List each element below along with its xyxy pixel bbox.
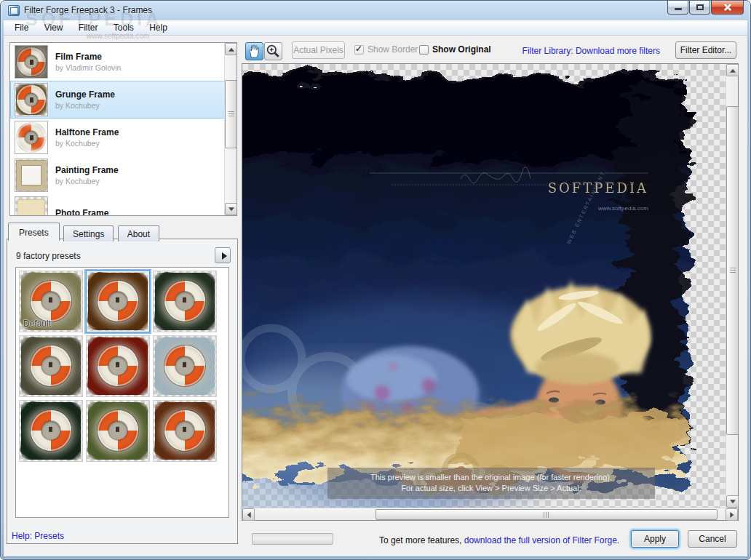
checkbox-icon: [419, 45, 429, 55]
filter-author: by Kochubey: [55, 101, 115, 110]
cancel-button[interactable]: Cancel: [688, 530, 737, 548]
preset-thumbnail-2[interactable]: [86, 271, 150, 332]
upgrade-message: To get more features, download the full …: [379, 535, 627, 545]
presets-panel: 9 factory presets Default: [7, 239, 238, 544]
preview-image: SOFTPEDIA www.softpedia.com WEB ENTERTAI…: [242, 64, 726, 508]
minimize-button[interactable]: [667, 1, 688, 15]
minimize-icon: [675, 8, 682, 10]
show-original-label: Show Original: [432, 44, 491, 55]
filter-author: by Kochubey: [55, 177, 119, 185]
menu-file[interactable]: File: [8, 20, 35, 36]
scrollbar-thumb[interactable]: [376, 509, 718, 520]
filter-thumbnail: [15, 45, 48, 79]
render-progress-bar: [252, 533, 333, 545]
maximize-icon: [696, 4, 704, 10]
hand-tool-button[interactable]: [245, 42, 263, 60]
arrow-right-icon: [730, 512, 736, 518]
checkbox-icon: [354, 45, 364, 55]
filter-thumbnail: [15, 83, 48, 116]
scroll-down-button[interactable]: [225, 203, 237, 215]
app-icon: [8, 5, 20, 16]
arrow-up-icon: [229, 44, 234, 51]
tab-settings[interactable]: Settings: [63, 225, 114, 241]
title-bar: Filter Forge Freepack 3 - Frames: [1, 1, 750, 20]
filter-thumbnail: [15, 121, 48, 154]
filter-thumbnail: [15, 159, 48, 192]
arrow-up-icon: [730, 65, 736, 72]
show-border-label: Show Border: [367, 44, 418, 55]
filter-item-halftone-frame[interactable]: Halftone Frame by Kochubey: [10, 119, 237, 156]
preset-thumbnail-5[interactable]: [86, 335, 150, 397]
filter-name: Photo Frame: [55, 208, 108, 216]
preset-thumbnail-7[interactable]: [19, 400, 83, 462]
filter-author: by Vladimir Golovin: [55, 63, 121, 72]
scrollbar-thumb[interactable]: [726, 106, 739, 435]
close-icon: [712, 1, 743, 14]
filter-author: by Kochubey: [55, 139, 119, 148]
preset-default-label: Default: [23, 319, 51, 329]
zoom-tool-button[interactable]: [264, 42, 282, 60]
filter-item-film-frame[interactable]: Film Frame by Vladimir Golovin: [10, 43, 237, 81]
show-original-checkbox[interactable]: Show Original: [419, 44, 491, 55]
preview-toolbar: Actual Pixels Show Border Show Original …: [242, 41, 742, 63]
preset-thumbnail-default[interactable]: Default: [19, 271, 83, 332]
client-area: Film Frame by Vladimir Golovin Grunge Fr…: [4, 36, 747, 556]
actual-pixels-button[interactable]: Actual Pixels: [292, 41, 345, 59]
arrow-down-icon: [229, 207, 234, 214]
scrollbar-thumb[interactable]: [225, 80, 237, 148]
tab-strip: Presets Settings About: [8, 223, 161, 239]
preset-grid: Default: [15, 267, 229, 518]
tab-about[interactable]: About: [118, 225, 159, 241]
close-button[interactable]: [711, 1, 744, 15]
filter-editor-button[interactable]: Filter Editor...: [675, 41, 736, 59]
preview-viewport[interactable]: SOFTPEDIA www.softpedia.com WEB ENTERTAI…: [242, 64, 726, 508]
help-presets-link[interactable]: Help: Presets: [12, 531, 64, 541]
menu-filter[interactable]: Filter: [72, 20, 105, 36]
filter-item-grunge-frame[interactable]: Grunge Frame by Kochubey: [10, 81, 237, 119]
preset-thumbnail-8[interactable]: [86, 400, 150, 462]
filter-item-painting-frame[interactable]: Painting Frame by Kochubey: [10, 156, 237, 194]
filter-thumbnail: [15, 196, 48, 216]
preview-vertical-scrollbar[interactable]: [726, 64, 738, 508]
upgrade-prefix: To get more features,: [379, 535, 464, 545]
preset-thumbnail-3[interactable]: [153, 271, 217, 332]
filter-name: Film Frame: [55, 52, 121, 62]
menu-help[interactable]: Help: [143, 20, 174, 36]
scroll-down-button[interactable]: [726, 495, 739, 508]
app-window: Filter Forge Freepack 3 - Frames SOFTPED…: [0, 0, 751, 560]
filter-list: Film Frame by Vladimir Golovin Grunge Fr…: [9, 42, 237, 216]
tab-presets[interactable]: Presets: [8, 223, 60, 241]
apply-button[interactable]: Apply: [631, 530, 679, 548]
window-title: Filter Forge Freepack 3 - Frames: [24, 5, 152, 15]
preset-thumbnail-9[interactable]: [153, 400, 217, 462]
preview-area: SOFTPEDIA www.softpedia.com WEB ENTERTAI…: [242, 63, 739, 521]
presets-expand-button[interactable]: [215, 247, 231, 263]
scroll-left-button[interactable]: [242, 508, 255, 521]
scroll-up-button[interactable]: [726, 64, 739, 76]
magnifier-plus-icon: [265, 43, 282, 60]
preset-thumbnail-6[interactable]: [153, 335, 217, 397]
filter-item-photo-frame[interactable]: Photo Frame: [10, 194, 237, 216]
arrow-left-icon: [244, 512, 250, 518]
menu-view[interactable]: View: [38, 20, 70, 36]
filter-name: Halftone Frame: [55, 127, 119, 137]
hand-icon: [246, 43, 263, 60]
scroll-right-button[interactable]: [726, 508, 738, 521]
show-border-checkbox[interactable]: Show Border: [354, 44, 418, 55]
filter-list-scrollbar[interactable]: [224, 43, 237, 215]
scroll-up-button[interactable]: [225, 43, 237, 55]
notice-line-1: This preview is smaller than the origina…: [327, 472, 655, 483]
preview-notice: This preview is smaller than the origina…: [327, 468, 655, 499]
menu-tools[interactable]: Tools: [107, 20, 140, 36]
maximize-button[interactable]: [689, 1, 710, 15]
notice-line-2: For actual size, click View > Preview Si…: [327, 483, 655, 494]
filter-library-link[interactable]: Filter Library: Download more filters: [522, 46, 660, 56]
preview-horizontal-scrollbar[interactable]: [242, 508, 738, 520]
watermark-url-text: www.softpedia.com: [597, 205, 648, 212]
menu-bar: File View Filter Tools Help: [4, 20, 747, 36]
arrow-down-icon: [730, 500, 736, 506]
preset-thumbnail-4[interactable]: [19, 335, 83, 397]
filter-name: Grunge Frame: [55, 89, 115, 100]
filter-name: Painting Frame: [55, 165, 119, 175]
download-full-version-link[interactable]: download the full version of Filter Forg…: [464, 535, 619, 545]
